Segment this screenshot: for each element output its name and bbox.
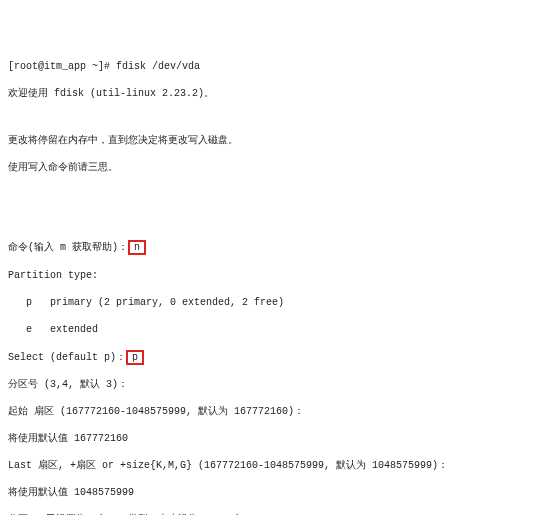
select-label: Select (default p)： [8,352,126,363]
partition-number: 分区号 (3,4, 默认 3)： [8,378,546,392]
select-prompt: Select (default p)：p [8,350,546,365]
note-line-1: 更改将停留在内存中，直到您决定将更改写入磁盘。 [8,134,546,148]
cmd-prompt-n: 命令(输入 m 获取帮助)：n [8,240,546,255]
use-default-1: 将使用默认值 167772160 [8,432,546,446]
welcome-line: 欢迎使用 fdisk (util-linux 2.23.2)。 [8,87,546,101]
input-p[interactable]: p [126,350,144,365]
ptype-title: Partition type: [8,269,546,283]
note-line-2: 使用写入命令前请三思。 [8,161,546,175]
last-sector: Last 扇区, +扇区 or +size{K,M,G} (167772160-… [8,459,546,473]
first-sector: 起始 扇区 (167772160-1048575999, 默认为 1677721… [8,405,546,419]
use-default-2: 将使用默认值 1048575999 [8,486,546,500]
cmd-label: 命令(输入 m 获取帮助)： [8,242,128,253]
ptype-primary: p primary (2 primary, 0 extended, 2 free… [8,296,546,310]
ptype-extended: e extended [8,323,546,337]
shell-prompt: [root@itm_app ~]# fdisk /dev/vda [8,60,546,74]
input-n[interactable]: n [128,240,146,255]
